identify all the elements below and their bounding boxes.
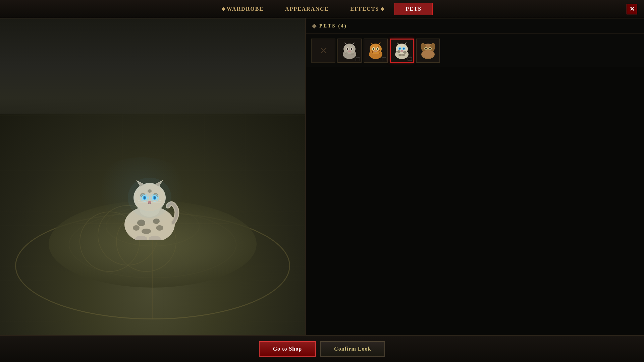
pet-slot-brown-dog[interactable] [416, 39, 440, 63]
pet-character [116, 166, 190, 246]
wolf-delete-icon[interactable] [356, 57, 360, 61]
brown-dog-icon [419, 42, 437, 60]
confirm-look-button[interactable]: Confirm Look [320, 341, 385, 357]
svg-point-47 [370, 44, 382, 54]
snow-leopard-delete-icon[interactable] [408, 56, 412, 61]
pet-slot-snow-leopard[interactable] [390, 39, 414, 63]
wardrobe-diamond-icon [221, 7, 225, 11]
svg-point-66 [402, 54, 405, 56]
svg-point-12 [148, 189, 152, 193]
svg-point-22 [154, 196, 156, 199]
right-panel: PETS (4) ✕ [305, 18, 644, 335]
svg-point-25 [148, 201, 151, 203]
effects-diamond-icon [381, 7, 384, 11]
close-button[interactable]: ✕ [627, 4, 637, 14]
svg-rect-55 [382, 58, 386, 61]
svg-rect-42 [356, 58, 360, 61]
pets-empty-area [306, 67, 644, 335]
svg-point-3 [142, 229, 151, 234]
svg-point-39 [348, 51, 351, 52]
svg-point-1 [137, 220, 145, 226]
svg-point-21 [144, 196, 146, 199]
svg-point-41 [351, 53, 354, 55]
app: WARDROBE APPEARANCE EFFECTS PETS ✕ [0, 0, 644, 362]
svg-point-70 [403, 48, 405, 50]
svg-point-64 [403, 51, 407, 54]
tiger-delete-icon[interactable] [382, 57, 386, 61]
svg-point-38 [351, 48, 352, 50]
svg-point-53 [377, 48, 378, 50]
svg-point-85 [422, 50, 434, 58]
pet-slot-empty[interactable]: ✕ [311, 39, 335, 63]
svg-point-82 [425, 48, 427, 50]
header-diamond-icon [312, 23, 317, 28]
svg-point-5 [156, 225, 163, 231]
svg-rect-72 [408, 57, 412, 61]
pet-slot-tiger[interactable] [364, 39, 388, 63]
pet-slot-wolf[interactable] [337, 39, 362, 63]
brown-dog-svg [419, 42, 437, 60]
pets-title: PETS (4) [319, 23, 347, 29]
snow-leopard-svg [116, 166, 183, 240]
bottom-bar: Go to Shop Confirm Look [0, 335, 644, 362]
pets-grid: ✕ [306, 34, 644, 67]
tab-appearance[interactable]: APPEARANCE [274, 3, 339, 15]
top-nav: WARDROBE APPEARANCE EFFECTS PETS ✕ [0, 0, 644, 18]
game-view [0, 18, 305, 335]
svg-point-40 [345, 52, 348, 54]
svg-point-54 [374, 51, 377, 52]
svg-point-69 [399, 48, 401, 50]
go-to-shop-button[interactable]: Go to Shop [259, 341, 316, 357]
empty-slot-icon: ✕ [320, 45, 327, 56]
svg-point-4 [133, 225, 140, 231]
svg-point-65 [398, 54, 402, 56]
svg-point-83 [429, 48, 431, 50]
pets-header: PETS (4) [306, 18, 644, 34]
tab-pets[interactable]: PETS [394, 3, 433, 15]
svg-point-52 [373, 48, 374, 50]
tab-wardrobe[interactable]: WARDROBE [211, 3, 274, 15]
svg-point-37 [347, 48, 348, 50]
svg-point-71 [400, 50, 403, 52]
svg-point-32 [343, 44, 356, 54]
tab-effects[interactable]: EFFECTS [339, 3, 394, 15]
nav-tabs: WARDROBE APPEARANCE EFFECTS PETS [211, 3, 433, 15]
svg-point-63 [397, 50, 400, 53]
main-content: PETS (4) ✕ [0, 18, 644, 335]
svg-point-2 [153, 219, 160, 224]
